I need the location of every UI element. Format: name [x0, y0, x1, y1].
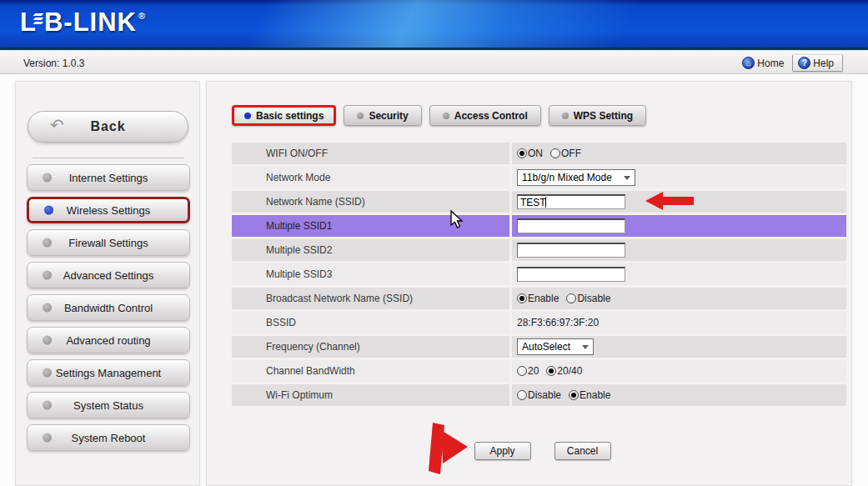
- radio-unselected-icon: [566, 293, 576, 303]
- radio-selected-icon: [517, 293, 527, 303]
- tab-bullet-icon: [562, 113, 569, 119]
- tab-label: Access Control: [454, 110, 528, 122]
- multiple-ssid2-input[interactable]: [517, 243, 625, 258]
- tab-wps-setting[interactable]: WPS Setting: [549, 105, 646, 126]
- tab-security[interactable]: Security: [344, 105, 421, 126]
- radio-label: 20/40: [557, 365, 582, 377]
- network-mode-value: 11b/g/n Mixed Mode: [522, 172, 612, 183]
- sidebar-item-system-reboot[interactable]: System Reboot: [27, 424, 190, 451]
- sidebar: ↶ Back Internet Settings Wireless Settin…: [15, 81, 200, 486]
- wifi-optimum-radio-group: Disable Enable: [517, 389, 610, 401]
- cancel-button-label: Cancel: [567, 445, 598, 457]
- sidebar-item-label: Firewall Settings: [68, 237, 148, 249]
- sidebar-menu: Internet Settings Wireless Settings Fire…: [27, 164, 190, 451]
- radio-unselected-icon: [550, 148, 560, 158]
- multiple-ssid3-input[interactable]: [517, 267, 625, 282]
- help-link[interactable]: ? Help: [792, 54, 843, 72]
- action-buttons: Apply Cancel: [207, 442, 853, 460]
- radio-label: Enable: [528, 293, 559, 304]
- sidebar-item-settings-management[interactable]: Settings Management: [27, 359, 190, 386]
- network-name-ssid-input[interactable]: [517, 194, 625, 209]
- radio-unselected-icon: [517, 390, 527, 400]
- tab-bullet-icon: [357, 113, 364, 119]
- row-label: Frequency (Channel): [232, 336, 509, 358]
- row-label: BSSID: [232, 312, 509, 333]
- sidebar-item-label: Wireless Settings: [67, 204, 150, 217]
- sidebar-item-label: Advanced Settings: [63, 269, 153, 282]
- wifi-on-off-radio-group: ON OFF: [517, 148, 581, 159]
- row-label: Multiple SSID3: [232, 263, 509, 285]
- radio-label: Disable: [577, 293, 610, 304]
- frequency-channel-select[interactable]: AutoSelect: [517, 338, 594, 355]
- row-label: Multiple SSID1: [232, 215, 509, 237]
- sidebar-item-wireless-settings[interactable]: Wireless Settings: [27, 197, 190, 223]
- radio-bandwidth-20[interactable]: 20: [517, 365, 539, 377]
- home-link-label: Home: [757, 58, 784, 69]
- row-channel-bandwidth: Channel BandWidth 20 20/40: [232, 360, 846, 382]
- radio-wifi-on[interactable]: ON: [517, 148, 543, 159]
- sidebar-item-label: Advanced routing: [66, 334, 150, 347]
- row-multiple-ssid1: Multiple SSID1: [232, 215, 846, 237]
- bullet-icon: [43, 238, 52, 248]
- help-link-label: Help: [813, 58, 834, 69]
- bssid-value: 28:F3:66:97:3F:20: [517, 317, 599, 328]
- chevron-down-icon: [624, 176, 630, 180]
- row-label: Network Name (SSID): [232, 191, 509, 213]
- multiple-ssid1-input[interactable]: [517, 218, 625, 233]
- frequency-channel-value: AutoSelect: [522, 341, 570, 353]
- radio-broadcast-disable[interactable]: Disable: [566, 293, 610, 304]
- sidebar-item-bandwidth-control[interactable]: Bandwidth Control: [27, 294, 190, 321]
- tab-access-control[interactable]: Access Control: [429, 105, 541, 126]
- row-label: Wi-Fi Optimum: [232, 384, 509, 406]
- radio-broadcast-enable[interactable]: Enable: [517, 293, 559, 304]
- radio-wifi-off[interactable]: OFF: [550, 148, 581, 159]
- tab-label: Security: [369, 110, 408, 122]
- bullet-icon: [43, 173, 52, 183]
- apply-button-label: Apply: [489, 445, 514, 457]
- cancel-button[interactable]: Cancel: [554, 442, 611, 460]
- broadcast-ssid-radio-group: Enable Disable: [517, 293, 610, 304]
- logo-slash-marks: [34, 13, 43, 24]
- bullet-icon: [43, 336, 52, 345]
- row-frequency-channel: Frequency (Channel) AutoSelect: [232, 336, 846, 358]
- chevron-down-icon: [582, 345, 589, 349]
- tab-label: WPS Setting: [574, 110, 633, 122]
- radio-label: Enable: [580, 389, 610, 401]
- radio-unselected-icon: [517, 366, 527, 376]
- sidebar-item-label: Bandwidth Control: [64, 302, 153, 314]
- home-link[interactable]: ⌂ Home: [742, 57, 784, 69]
- row-network-mode: Network Mode 11b/g/n Mixed Mode: [232, 167, 846, 188]
- channel-bandwidth-radio-group: 20 20/40: [517, 365, 582, 377]
- row-label: WIFI ON/OFF: [232, 143, 509, 164]
- back-button[interactable]: ↶ Back: [28, 111, 188, 143]
- sidebar-item-advanced-settings[interactable]: Advanced Settings: [27, 262, 190, 288]
- row-wifi-on-off: WIFI ON/OFF ON OFF: [232, 143, 846, 164]
- radio-selected-icon: [569, 390, 579, 400]
- network-mode-select[interactable]: 11b/g/n Mixed Mode: [517, 169, 635, 186]
- logo-wordmark: B-LINK: [44, 8, 137, 38]
- tab-bar: Basic settings Security Access Control W…: [232, 105, 646, 126]
- radio-bandwidth-20-40[interactable]: 20/40: [546, 365, 582, 377]
- sidebar-item-label: Settings Management: [56, 367, 161, 379]
- radio-optimum-disable[interactable]: Disable: [517, 389, 561, 401]
- main-content: Basic settings Security Access Control W…: [206, 81, 852, 486]
- radio-label: ON: [528, 148, 543, 159]
- apply-button[interactable]: Apply: [474, 442, 531, 460]
- row-multiple-ssid2: Multiple SSID2: [232, 239, 846, 261]
- tab-basic-settings[interactable]: Basic settings: [232, 105, 336, 126]
- sidebar-item-advanced-routing[interactable]: Advanced routing: [27, 327, 190, 353]
- question-icon: ?: [798, 57, 810, 69]
- row-bssid: BSSID 28:F3:66:97:3F:20: [232, 312, 846, 333]
- brand-header: LB-LINK®: [0, 0, 868, 48]
- radio-selected-icon: [517, 148, 527, 158]
- row-label: Channel BandWidth: [232, 360, 509, 382]
- back-arrow-icon: ↶: [50, 115, 64, 135]
- radio-label: 20: [528, 365, 539, 377]
- sidebar-item-internet-settings[interactable]: Internet Settings: [27, 164, 190, 191]
- sidebar-item-firewall-settings[interactable]: Firewall Settings: [27, 229, 190, 256]
- radio-optimum-enable[interactable]: Enable: [569, 389, 610, 401]
- radio-label: OFF: [561, 148, 581, 159]
- tab-bullet-icon: [244, 113, 251, 119]
- sidebar-item-system-status[interactable]: System Status: [27, 392, 190, 418]
- house-icon: ⌂: [742, 57, 755, 69]
